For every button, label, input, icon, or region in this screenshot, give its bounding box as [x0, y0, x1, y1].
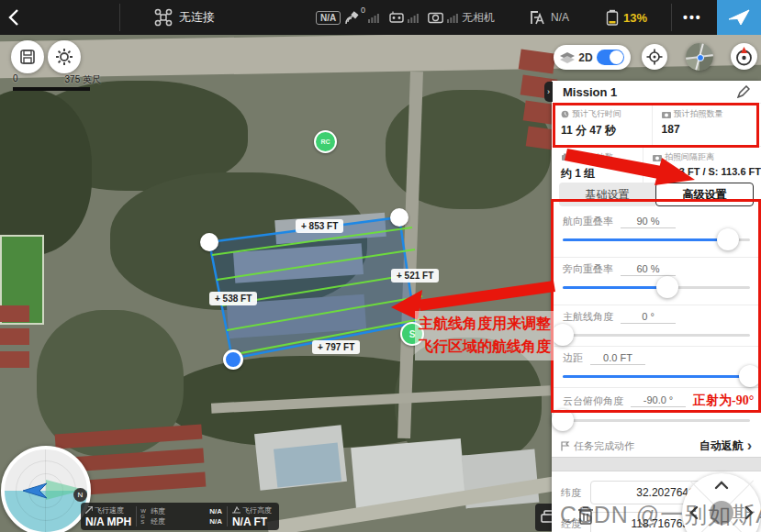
map-annotation-callout: 主航线角度用来调整 飞行区域的航线角度: [415, 311, 554, 360]
more-dots-icon: •••: [683, 10, 702, 25]
tele-lng-label: 经度: [151, 516, 165, 526]
flight-mode-status: N/A: [529, 0, 569, 35]
slider-track[interactable]: [563, 286, 750, 289]
scale-end: 375 英尺: [65, 73, 101, 86]
polygon-handle-bottomleft[interactable]: [223, 349, 243, 370]
app-window: S RC + 853 FT + 521 FT + 538 FT + 797 FT…: [0, 0, 761, 532]
slider-thumb[interactable]: [552, 409, 574, 431]
dpad-up-icon: [716, 482, 727, 488]
settings-tabs: 基础设置 高级设置: [559, 183, 754, 206]
map-mode-label: 2D: [578, 51, 592, 64]
north-indicator: N: [73, 488, 87, 502]
edge-length-bottom: + 797 FT: [312, 340, 360, 354]
photo-interval-icon: [653, 154, 662, 161]
tele-lng-value: N/A: [209, 516, 222, 526]
back-chevron-icon: [7, 8, 20, 27]
minimap-button[interactable]: [686, 43, 713, 71]
slider-thumb[interactable]: [656, 276, 678, 298]
chevron-right-icon: ›: [747, 438, 752, 454]
slider-value-input[interactable]: 90 %: [621, 216, 676, 228]
camera-status: 无相机: [428, 0, 495, 35]
map-2d-switch[interactable]: [597, 50, 624, 65]
slider-track[interactable]: [563, 334, 750, 337]
slider-track[interactable]: [563, 419, 750, 422]
mission-panel: Mission 1 预计飞行时间 11 分 47 秒 预计拍照数量 187: [552, 81, 761, 532]
watermark: CSDN @一别如斯AA: [560, 500, 761, 530]
battery-small-icon: [561, 153, 569, 161]
edit-pencil-icon[interactable]: [737, 85, 750, 98]
collapse-chevron-icon: ›: [547, 87, 550, 96]
tele-lat-label: 纬度: [151, 506, 165, 516]
crosshair-icon: [646, 49, 663, 65]
stat-flight-time: 预计飞行时间 11 分 47 秒: [552, 104, 652, 146]
slider-thumb[interactable]: [552, 324, 574, 346]
scale-bar: [13, 87, 90, 91]
save-mission-button[interactable]: [11, 40, 44, 73]
slider-thumb[interactable]: [739, 365, 761, 387]
photo-icon: [662, 111, 671, 118]
edge-length-top: + 853 FT: [296, 219, 343, 233]
telemetry-altitude: 飞行高度 N/A FT: [228, 503, 276, 530]
signal-bars-icon: [408, 12, 419, 23]
map-mode-toggle[interactable]: 2D: [554, 45, 631, 70]
gps-status: 0: [345, 0, 379, 35]
more-menu-button[interactable]: •••: [683, 0, 702, 35]
remote-controller-icon: [389, 11, 404, 24]
slider-thumb[interactable]: [717, 228, 739, 250]
slider-value-input[interactable]: 0.0 FT: [590, 352, 645, 365]
tab-advanced-settings[interactable]: 高级设置: [655, 183, 754, 206]
minimap-position-dot: [697, 54, 704, 61]
mission-title: Mission 1: [563, 85, 617, 99]
mode-badge: N/A: [316, 0, 341, 35]
clock-icon: [561, 110, 569, 118]
slider-track[interactable]: [563, 375, 750, 378]
rc-location-marker[interactable]: RC: [314, 130, 337, 153]
slider-side-overlap: 旁向重叠率 60 %: [552, 258, 761, 305]
slider-course-angle: 主航线角度 0 °: [552, 305, 761, 347]
slider-label: 边距: [563, 351, 583, 365]
slider-track[interactable]: [563, 238, 750, 241]
wgs-datum: WGS: [137, 503, 146, 530]
altitude-icon: [232, 506, 241, 514]
connection-status-label: 无连接: [179, 9, 215, 26]
finish-action-row[interactable]: 任务完成动作 自动返航 ›: [552, 435, 761, 457]
polygon-handle-topright[interactable]: [390, 208, 408, 227]
tele-lat-value: N/A: [209, 506, 222, 516]
status-bar: 无连接 N/A 0: [0, 0, 761, 35]
finish-action-value: 自动返航: [699, 438, 744, 454]
takeoff-button[interactable]: [717, 0, 761, 35]
battery-percent: 13%: [623, 11, 647, 25]
slider-label: 云台俯仰角度: [563, 394, 623, 408]
compass-icon: [733, 46, 755, 67]
annotation-line1: 主航线角度用来调整: [419, 313, 551, 336]
aircraft-arrow-icon: [23, 480, 50, 502]
panel-collapse-handle[interactable]: ›: [544, 82, 553, 102]
slider-value-input[interactable]: 60 %: [621, 263, 676, 276]
flag-icon: [561, 441, 570, 451]
stat-battery-count: 所需电池数 约 1 组: [552, 147, 643, 186]
satellite-icon: [345, 10, 360, 25]
slider-label: 主航线角度: [563, 310, 613, 324]
locate-button[interactable]: [642, 44, 667, 70]
polygon-handle-topleft[interactable]: [200, 233, 218, 251]
camera-icon: [428, 12, 443, 24]
edge-length-right: + 521 FT: [391, 269, 439, 283]
camera-settings-button[interactable]: [48, 40, 81, 73]
flight-mode-value: N/A: [551, 11, 569, 24]
gimbal-annotation-text: 正射为-90°: [693, 393, 754, 409]
altitude-label: 飞行高度: [242, 505, 272, 515]
speed-value: N/A MPH: [85, 515, 131, 528]
finish-action-label: 任务完成动作: [574, 439, 634, 453]
camera-status-label: 无相机: [462, 10, 495, 26]
back-button[interactable]: [7, 0, 20, 35]
tab-basic-settings[interactable]: 基础设置: [559, 183, 655, 206]
north-label: N: [78, 491, 84, 499]
mission-stats-row2: 所需电池数 约 1 组 拍照间隔距离 F: 21.3 FT / S: 113.6…: [552, 147, 761, 177]
slider-value-input[interactable]: -90.0 °: [631, 394, 686, 407]
stat-photo-interval: 拍照间隔距离 F: 21.3 FT / S: 113.6 FT: [643, 147, 761, 186]
slider-value-input[interactable]: 0 °: [621, 311, 676, 324]
scale-start: 0: [13, 73, 18, 86]
telemetry-coords: 纬度N/A 经度N/A: [146, 503, 227, 530]
slider-label: 航向重叠率: [563, 215, 613, 228]
compass-reset-button[interactable]: [731, 43, 757, 70]
